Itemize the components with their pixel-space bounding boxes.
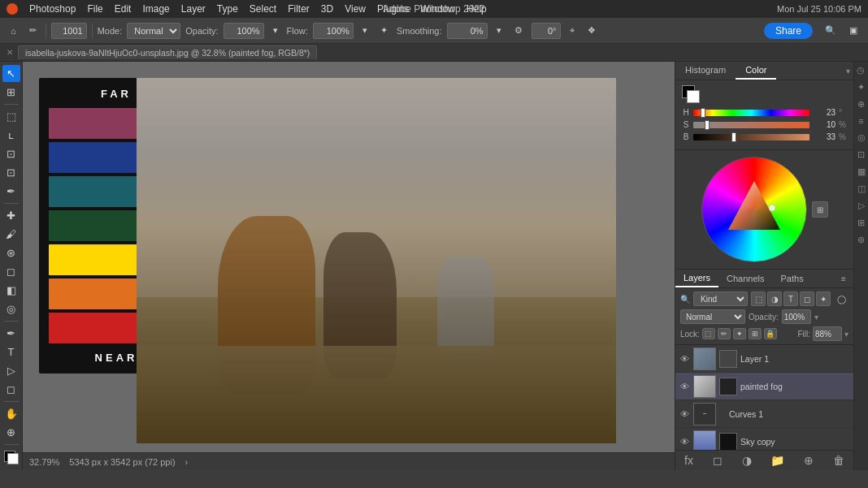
b-slider[interactable] bbox=[693, 134, 809, 140]
filter-pixel-btn[interactable]: ⬚ bbox=[751, 292, 766, 306]
layer-add-button[interactable]: ⊕ bbox=[801, 454, 816, 467]
flow-input[interactable] bbox=[313, 23, 354, 39]
menu-edit[interactable]: Edit bbox=[115, 3, 132, 15]
flow-options-button[interactable]: ▾ bbox=[358, 24, 371, 37]
panel-icon-7[interactable]: ◫ bbox=[857, 184, 866, 194]
panel-icon-6[interactable]: ▦ bbox=[857, 166, 866, 177]
path-tool[interactable]: ▷ bbox=[2, 362, 20, 379]
layer-visibility-btn[interactable]: 👁 bbox=[679, 436, 690, 447]
brush-size-input[interactable] bbox=[51, 23, 87, 39]
layers-panel-menu[interactable]: ≡ bbox=[837, 272, 850, 285]
layer-delete-button[interactable]: 🗑 bbox=[831, 454, 847, 467]
layer-item[interactable]: 👁 painted fog bbox=[675, 373, 853, 400]
tab-color[interactable]: Color bbox=[736, 62, 776, 80]
gradient-tool[interactable]: ◧ bbox=[2, 282, 20, 299]
brush-tool[interactable]: 🖌 bbox=[2, 226, 20, 243]
angle-input[interactable] bbox=[532, 23, 561, 39]
pen-tool[interactable]: ✒ bbox=[2, 325, 20, 342]
hand-tool[interactable]: ✋ bbox=[2, 405, 20, 422]
dodge-tool[interactable]: ◎ bbox=[2, 300, 20, 317]
extras-button[interactable]: ❖ bbox=[584, 24, 600, 37]
panel-icon-9[interactable]: ⊞ bbox=[857, 218, 865, 228]
zoom-tool[interactable]: ⊕ bbox=[2, 424, 20, 441]
healing-tool[interactable]: ✚ bbox=[2, 207, 20, 224]
object-select-tool[interactable]: ⊡ bbox=[2, 145, 20, 162]
wheel-action-1[interactable]: ⊞ bbox=[812, 201, 828, 218]
h-slider[interactable] bbox=[693, 110, 809, 116]
fg-bg-swatch-display[interactable] bbox=[682, 85, 700, 103]
background-color[interactable] bbox=[7, 453, 19, 464]
move-tool[interactable]: ↖ bbox=[2, 65, 20, 82]
color-panel-collapse[interactable]: ▾ bbox=[846, 67, 850, 76]
panel-options-button[interactable]: ▣ bbox=[845, 24, 861, 37]
lasso-tool[interactable]: ʟ bbox=[2, 127, 20, 144]
artboard-tool[interactable]: ⊞ bbox=[2, 84, 20, 101]
menu-file[interactable]: File bbox=[87, 3, 102, 15]
menu-filter[interactable]: Filter bbox=[288, 3, 310, 15]
color-swatches[interactable] bbox=[4, 451, 19, 464]
color-wheel[interactable] bbox=[701, 157, 807, 262]
panel-icon-5[interactable]: ⊡ bbox=[857, 149, 865, 160]
lock-artboard-btn[interactable]: ⊞ bbox=[749, 328, 762, 339]
home-button[interactable]: ⌂ bbox=[7, 24, 20, 37]
panel-icon-1[interactable]: ✦ bbox=[857, 82, 865, 93]
layer-mask-button[interactable]: ◻ bbox=[710, 454, 725, 467]
menu-photoshop[interactable]: Photoshop bbox=[29, 3, 76, 15]
lock-transparent-btn[interactable]: ⬚ bbox=[702, 328, 715, 339]
tab-paths[interactable]: Paths bbox=[773, 270, 812, 287]
panel-icon-4[interactable]: ◎ bbox=[857, 132, 866, 143]
layer-item[interactable]: 👁 Layer 1 bbox=[675, 345, 853, 373]
angle-options-button[interactable]: ⚙ bbox=[510, 24, 527, 37]
type-tool[interactable]: T bbox=[2, 343, 20, 361]
marquee-tool[interactable]: ⬚ bbox=[2, 108, 20, 125]
filter-adjust-btn[interactable]: ◑ bbox=[767, 292, 782, 306]
document-tab[interactable]: isabella-juskova-9aNItHjuOc0-unsplash.jp… bbox=[18, 45, 317, 59]
layer-item[interactable]: 👁 ~ Curves 1 bbox=[675, 400, 853, 428]
menu-3d[interactable]: 3D bbox=[321, 3, 333, 15]
menu-type[interactable]: Type bbox=[217, 3, 238, 15]
crop-tool[interactable]: ⊡ bbox=[2, 164, 20, 181]
smoothing-input[interactable] bbox=[447, 23, 488, 39]
mode-select[interactable]: Normal bbox=[127, 23, 180, 39]
smoothing-options-button[interactable]: ▾ bbox=[493, 24, 506, 37]
panel-icon-8[interactable]: ▷ bbox=[858, 201, 865, 211]
opacity-field[interactable] bbox=[782, 309, 811, 324]
menu-image[interactable]: Image bbox=[142, 3, 169, 15]
symmetry-button[interactable]: ⌖ bbox=[566, 24, 579, 37]
layer-adjustment-button[interactable]: ◑ bbox=[740, 454, 754, 467]
lock-image-btn[interactable]: ✏ bbox=[718, 328, 731, 339]
airbrush-button[interactable]: ✦ bbox=[376, 24, 392, 37]
panel-icon-3[interactable]: ≡ bbox=[858, 116, 863, 126]
tab-layers[interactable]: Layers bbox=[675, 270, 718, 287]
lock-position-btn[interactable]: ✦ bbox=[733, 328, 746, 339]
panel-icon-10[interactable]: ⊛ bbox=[857, 235, 865, 245]
filter-type-btn[interactable]: T bbox=[783, 292, 798, 306]
eyedropper-tool[interactable]: ✒ bbox=[2, 183, 20, 200]
layer-item[interactable]: 👁 Sky copy bbox=[675, 428, 853, 450]
menu-view[interactable]: View bbox=[345, 3, 366, 15]
blend-mode-select[interactable]: Normal bbox=[680, 309, 745, 324]
share-button[interactable]: Share bbox=[764, 23, 813, 39]
panel-icon-2[interactable]: ⊕ bbox=[857, 99, 865, 110]
layer-visibility-btn[interactable]: 👁 bbox=[679, 408, 690, 420]
fill-options[interactable]: ▾ bbox=[844, 330, 848, 339]
filter-smart-btn[interactable]: ✦ bbox=[816, 292, 831, 306]
layer-visibility-btn[interactable]: 👁 bbox=[679, 381, 690, 392]
opacity-input[interactable] bbox=[224, 23, 264, 39]
s-slider[interactable] bbox=[693, 122, 809, 128]
color-triangle[interactable] bbox=[722, 177, 787, 242]
menu-layer[interactable]: Layer bbox=[181, 3, 206, 15]
layer-kind-select[interactable]: Kind bbox=[693, 292, 748, 306]
clone-tool[interactable]: ⊛ bbox=[2, 244, 20, 261]
opacity-options[interactable]: ▾ bbox=[814, 313, 818, 322]
brush-tool-button[interactable]: ✏ bbox=[25, 24, 41, 37]
menu-select[interactable]: Select bbox=[250, 3, 276, 15]
layer-group-button[interactable]: 📁 bbox=[768, 454, 787, 467]
lock-all-btn[interactable]: 🔒 bbox=[764, 328, 777, 339]
history-panel-icon[interactable]: ◷ bbox=[856, 65, 866, 76]
tab-histogram[interactable]: Histogram bbox=[675, 62, 736, 80]
fill-field[interactable] bbox=[813, 326, 842, 341]
opacity-options-button[interactable]: ▾ bbox=[269, 24, 282, 37]
shape-tool[interactable]: ◻ bbox=[2, 381, 20, 398]
filter-shape-btn[interactable]: ◻ bbox=[800, 292, 814, 306]
